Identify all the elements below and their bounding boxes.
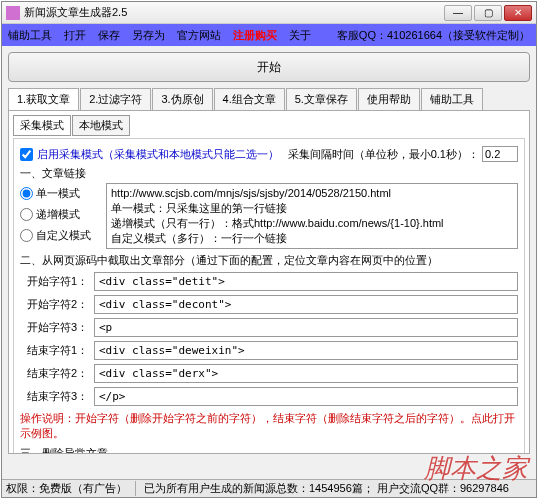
tab-fetch[interactable]: 1.获取文章 xyxy=(8,88,79,110)
subtab-local[interactable]: 本地模式 xyxy=(72,115,130,136)
subtab-collect[interactable]: 采集模式 xyxy=(13,115,71,136)
tab-aux[interactable]: 铺助工具 xyxy=(421,88,483,110)
app-icon xyxy=(6,6,20,20)
tab-help[interactable]: 使用帮助 xyxy=(358,88,420,110)
menu-tools[interactable]: 铺助工具 xyxy=(8,28,52,43)
menu-website[interactable]: 官方网站 xyxy=(177,28,221,43)
enable-collect-label: 启用采集模式（采集模式和本地模式只能二选一） xyxy=(37,147,279,162)
menu-saveas[interactable]: 另存为 xyxy=(132,28,165,43)
close-button[interactable]: ✕ xyxy=(504,5,532,21)
operation-note[interactable]: 操作说明：开始字符（删除开始字符之前的字符），结束字符（删除结束字符之后的字符）… xyxy=(20,411,518,441)
section-1-title: 一、文章链接 xyxy=(20,166,518,181)
end1-input[interactable] xyxy=(94,341,518,360)
end2-input[interactable] xyxy=(94,364,518,383)
menu-register[interactable]: 注册购买 xyxy=(233,28,277,43)
status-left: 权限：免费版（有广告） xyxy=(6,481,136,496)
minimize-button[interactable]: — xyxy=(444,5,472,21)
maximize-button[interactable]: ▢ xyxy=(474,5,502,21)
tab-pseudo[interactable]: 3.伪原创 xyxy=(152,88,212,110)
tab-combine[interactable]: 4.组合文章 xyxy=(214,88,285,110)
interval-label: 采集间隔时间（单位秒，最小0.1秒）： xyxy=(288,148,479,160)
section-2-title: 二、从网页源码中截取出文章部分（通过下面的配置，定位文章内容在网页中的位置） xyxy=(20,253,518,268)
tab-filter[interactable]: 2.过滤字符 xyxy=(80,88,151,110)
mode-single[interactable]: 单一模式 xyxy=(20,186,98,201)
menu-qq: 客服QQ：410261664（接受软件定制） xyxy=(337,28,530,43)
menu-open[interactable]: 打开 xyxy=(64,28,86,43)
window-title: 新闻源文章生成器2.5 xyxy=(24,5,444,20)
start2-input[interactable] xyxy=(94,295,518,314)
status-right: 已为所有用户生成的新闻源总数：1454956篇； 用户交流QQ群：9629784… xyxy=(144,481,509,496)
start3-input[interactable] xyxy=(94,318,518,337)
menu-about[interactable]: 关于 xyxy=(289,28,311,43)
end3-input[interactable] xyxy=(94,387,518,406)
enable-collect-checkbox[interactable] xyxy=(20,148,33,161)
section-3-title: 三、删除异常文章 xyxy=(20,446,518,454)
menu-save[interactable]: 保存 xyxy=(98,28,120,43)
interval-input[interactable] xyxy=(482,146,518,162)
start1-input[interactable] xyxy=(94,272,518,291)
tab-save[interactable]: 5.文章保存 xyxy=(286,88,357,110)
start-button[interactable]: 开始 xyxy=(8,52,530,82)
mode-custom[interactable]: 自定义模式 xyxy=(20,228,98,243)
mode-description[interactable]: http://www.scjsb.com/mnjs/sjs/sjsby/2014… xyxy=(106,183,518,249)
mode-incr[interactable]: 递增模式 xyxy=(20,207,98,222)
